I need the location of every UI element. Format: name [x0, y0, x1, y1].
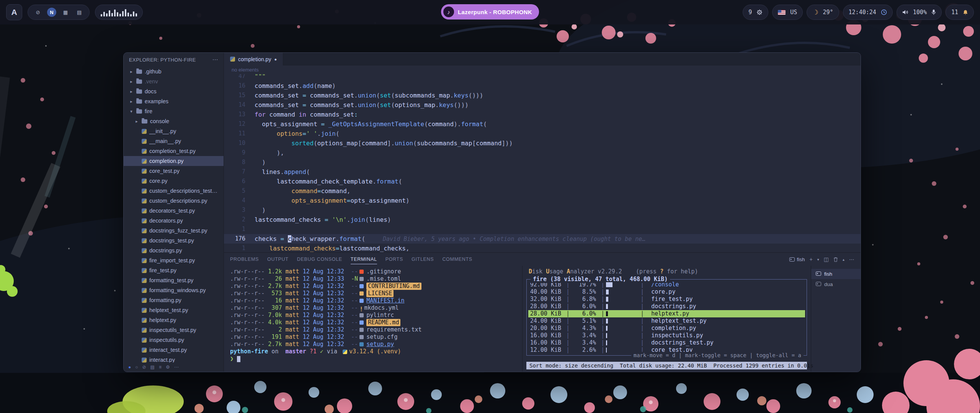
files-icon[interactable]: ▤ [150, 364, 155, 370]
modified-dot-icon[interactable]: ● [274, 57, 277, 62]
split-terminal-icon[interactable]: ◫ [824, 256, 829, 262]
tab-completion-py[interactable]: completion.py ● [224, 53, 283, 65]
dua-row-helptext-py[interactable]: 28.00 KiB | 6.0% || helptext.py [528, 310, 805, 317]
tree-item-console[interactable]: ▸console [124, 116, 224, 126]
tree-item-core-py[interactable]: core.py [124, 176, 224, 186]
more-icon[interactable]: ⋯ [174, 364, 179, 370]
dua-size: 40.00 KiB [528, 288, 561, 296]
activity-sparkline-widget[interactable] [95, 5, 143, 20]
layout-icon[interactable]: ≡ [159, 364, 162, 370]
tree-item-helptext-test-py[interactable]: helptext_test.py [124, 305, 224, 315]
keyboard-layout-widget[interactable]: US [772, 5, 803, 20]
dua-row-core-py[interactable]: 40.00 KiB | 8.5% || core.py [528, 288, 805, 296]
line-number: 12 [224, 119, 255, 129]
updates-widget[interactable]: 9 [743, 5, 768, 20]
terminal-profile[interactable]: fish [789, 257, 805, 262]
tree-item-docstrings-test-py[interactable]: docstrings_test.py [124, 236, 224, 246]
notifications-widget[interactable]: 11 [946, 5, 974, 20]
search-icon[interactable]: ○ [135, 364, 138, 370]
launcher-logo[interactable]: A [6, 4, 22, 20]
tree-item-custom-descriptions-py[interactable]: custom_descriptions.py [124, 196, 224, 206]
dua-row-docstrings-py[interactable]: 28.00 KiB | 6.0% || docstrings.py [528, 303, 805, 310]
tree-item-fire-import-test-py[interactable]: fire_import_test.py [124, 255, 224, 265]
clock-widget[interactable]: 12:40:24 [843, 5, 893, 20]
tree-item-fire[interactable]: ▾fire [124, 106, 224, 116]
file-owner: matt [282, 268, 299, 275]
new-terminal-icon[interactable]: + [810, 256, 813, 262]
tree-item-fire-test-py[interactable]: fire_test.py [124, 265, 224, 275]
tree-item-decorators-py[interactable]: decorators.py [124, 216, 224, 226]
python-icon [142, 338, 147, 343]
maximize-panel-icon[interactable]: ▴ [843, 257, 844, 262]
tree-item-inspectutils-test-py[interactable]: inspectutils_test.py [124, 325, 224, 335]
weather-widget[interactable]: ☽ 29° [807, 5, 839, 20]
tree-item-label: docstrings.py [149, 247, 182, 254]
tree-item-completion-test-py[interactable]: completion_test.py [124, 146, 224, 156]
tree-item-completion-py[interactable]: completion.py [124, 156, 224, 166]
explorer-actions-icon[interactable]: ⋯ [212, 56, 218, 63]
remote-icon[interactable]: ● [128, 364, 131, 370]
tree-item--init-py[interactable]: __init__.py [124, 126, 224, 136]
n-app-icon[interactable]: N [47, 8, 56, 17]
tree-item--venv[interactable]: ▸.venv [124, 76, 224, 86]
tree-item-label: __init__.py [149, 128, 176, 134]
python-icon [142, 218, 147, 223]
line-number: 6 [224, 177, 255, 186]
dua-row-inspectutils-py[interactable]: 16.00 KiB | 3.4% || inspectutils.py [528, 332, 805, 339]
session-item-dua[interactable]: dua [811, 279, 861, 289]
line-number: 1 [224, 244, 255, 252]
tree-item-docstrings-fuzz-test-py[interactable]: docstrings_fuzz_test.py [124, 226, 224, 236]
panel-tab-comments[interactable]: COMMENTS [442, 253, 472, 266]
trash-icon[interactable] [833, 257, 838, 262]
panel-tab-output[interactable]: OUTPUT [267, 253, 289, 266]
tree-item-inspectutils-py[interactable]: inspectutils.py [124, 335, 224, 345]
tree-item-formatting-windows-py[interactable]: formatting_windows.py [124, 285, 224, 295]
tree-item-core-test-py[interactable]: core_test.py [124, 166, 224, 176]
tree-item-interact-test-py[interactable]: interact_test.py [124, 345, 224, 355]
dua-row-fire-test-py[interactable]: 32.00 KiB | 6.8% || fire_test.py [528, 296, 805, 303]
code-line: 176checks = check_wrapper.format(David B… [224, 234, 861, 244]
tree-item-docstrings-py[interactable]: docstrings.py [124, 246, 224, 255]
tree-item-docs[interactable]: ▸docs [124, 86, 224, 96]
tree-item-decorators-test-py[interactable]: decorators_test.py [124, 206, 224, 216]
dua-row-completion-py[interactable]: 20.00 KiB | 4.3% || completion.py [528, 325, 805, 332]
file-name: pylintrc [366, 312, 394, 319]
panel-tab-terminal[interactable]: TERMINAL [351, 253, 377, 266]
dua-row-docstrings-test-py[interactable]: 16.00 KiB | 3.4% || docstrings_test.py [528, 339, 805, 346]
audio-widget[interactable]: 100% [897, 5, 942, 20]
tree-item--main-py[interactable]: __main__.py [124, 136, 224, 146]
tree-item--github[interactable]: ▸.github [124, 67, 224, 76]
panel-tab-problems[interactable]: PROBLEMS [230, 253, 259, 266]
terminal-pane-fish[interactable]: .rw-r--r-- 1.2k matt 12 Aug 12:32 --.git… [224, 266, 522, 372]
grid-icon[interactable]: ▦ [61, 8, 70, 17]
tree-item-custom-descriptions-test-[interactable]: custom_descriptions_test… [124, 186, 224, 196]
terminal-pane-dua[interactable]: Disk Usage Analyzer v2.29.2 (press ? for… [522, 266, 811, 372]
panel-tab-ports[interactable]: PORTS [385, 253, 403, 266]
file-type-icon [359, 335, 364, 339]
tree-item-formatting-py[interactable]: formatting.py [124, 295, 224, 305]
tree-item-interact-py[interactable]: interact.py [124, 355, 224, 363]
panel-tabs: PROBLEMSOUTPUTDEBUG CONSOLETERMINALPORTS… [230, 253, 481, 266]
git-status: -- [344, 290, 358, 297]
session-item-fish[interactable]: fish [811, 269, 861, 279]
breadcrumb[interactable]: no elements [224, 65, 861, 74]
more-actions-icon[interactable]: ⋯ [849, 256, 854, 262]
file-icon[interactable]: ▤ [75, 8, 84, 17]
tree-item-label: docs [145, 88, 157, 94]
sync-icon[interactable]: ⊘ [142, 364, 146, 370]
tree-item-formatting-test-py[interactable]: formatting_test.py [124, 275, 224, 285]
tree-item-examples[interactable]: ▸examples [124, 96, 224, 106]
dua-row-helptext-test-py[interactable]: 24.00 KiB | 5.1% || helptext_test.py [528, 317, 805, 325]
chevron-down-icon[interactable]: ▾ [817, 257, 819, 262]
tree-item-helptext-py[interactable]: helptext.py [124, 315, 224, 325]
slash-circle-icon[interactable]: ⊘ [33, 8, 42, 17]
code-editor[interactable]: 47"""16commands_set.add(name)15commands_… [224, 74, 861, 252]
shell-prompt-line[interactable]: ❯ [230, 355, 522, 363]
gear-icon[interactable]: ⚙ [166, 364, 170, 370]
file-type-icon: ! [359, 306, 363, 310]
tree-item-label: formatting_windows.py [149, 287, 206, 293]
code-line: 4 opts_assignment=opts_assignment) [224, 196, 861, 205]
now-playing-widget[interactable]: ♪ Lazerpunk - ROBOPHONK [441, 4, 539, 20]
panel-tab-gitlens[interactable]: GITLENS [412, 253, 434, 266]
panel-tab-debug-console[interactable]: DEBUG CONSOLE [297, 253, 342, 266]
